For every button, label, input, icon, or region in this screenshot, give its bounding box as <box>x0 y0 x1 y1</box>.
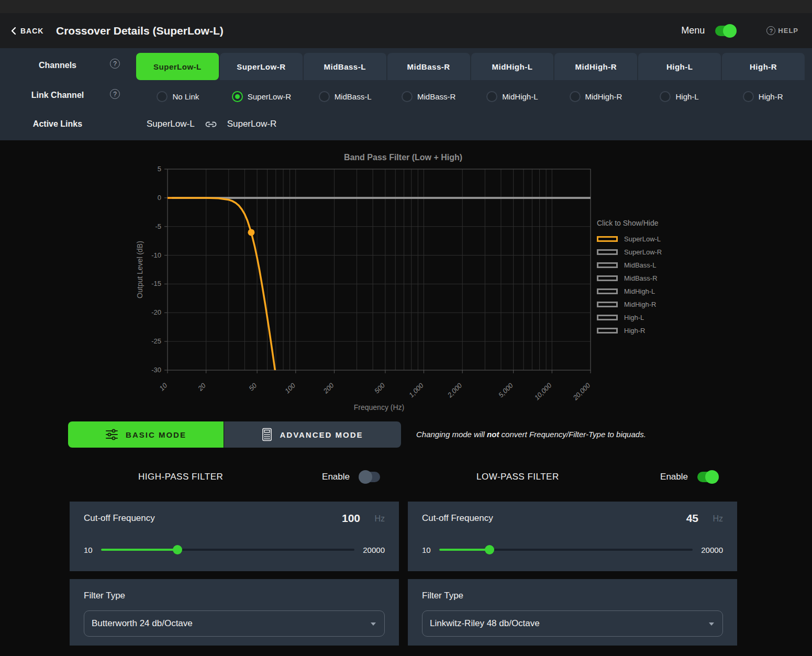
legend-item-midbass-r[interactable]: MidBass-R <box>597 272 738 285</box>
svg-text:50: 50 <box>247 381 258 392</box>
high-pass-filter-type-value: Butterworth 24 db/Octave <box>92 618 193 629</box>
legend-label: MidHigh-L <box>624 287 655 295</box>
advanced-mode-button[interactable]: ADVANCED MODE <box>224 421 401 448</box>
channels-help-icon[interactable]: ? <box>110 59 120 69</box>
legend-label: SuperLow-L <box>624 235 661 243</box>
svg-text:-25: -25 <box>151 337 161 345</box>
link-option-midhigh-r[interactable]: MidHigh-R <box>554 88 638 105</box>
help-icon: ? <box>766 26 775 35</box>
high-pass-filter-type-select[interactable]: Butterworth 24 db/Octave <box>84 610 385 637</box>
legend-items: SuperLow-LSuperLow-RMidBass-LMidBass-RMi… <box>597 232 738 337</box>
active-links-row-label: Active Links <box>0 119 115 129</box>
low-pass-enable-toggle[interactable] <box>697 472 718 482</box>
svg-text:100: 100 <box>283 381 297 395</box>
legend-item-midhigh-l[interactable]: MidHigh-L <box>597 285 738 298</box>
radio-icon[interactable] <box>486 91 497 102</box>
low-pass-filter-type-card: Filter Type Linkwitz-Riley 48 db/Octave <box>408 579 737 646</box>
link-channel-help-icon[interactable]: ? <box>110 89 120 99</box>
link-option-label: MidHigh-L <box>502 92 538 101</box>
back-button[interactable]: BACK <box>10 13 43 48</box>
advanced-mode-label: ADVANCED MODE <box>280 430 363 439</box>
link-icon <box>205 121 217 128</box>
radio-icon[interactable] <box>570 91 581 102</box>
radio-icon[interactable] <box>232 91 243 102</box>
radio-icon[interactable] <box>660 91 671 102</box>
svg-text:-5: -5 <box>155 223 161 230</box>
legend-item-high-l[interactable]: High-L <box>597 311 738 324</box>
high-pass-cutoff-unit: Hz <box>374 514 385 524</box>
active-link-from: SuperLow-L <box>147 119 195 129</box>
channel-tab-midbass-r[interactable]: MidBass-R <box>387 53 470 80</box>
radio-icon[interactable] <box>319 91 330 102</box>
low-pass-slider-max: 20000 <box>701 546 723 554</box>
link-option-high-l[interactable]: High-L <box>638 88 721 105</box>
link-option-midbass-l[interactable]: MidBass-L <box>303 88 387 105</box>
svg-text:1,000: 1,000 <box>407 381 425 399</box>
high-pass-cutoff-slider[interactable] <box>101 545 355 554</box>
channel-tab-high-r[interactable]: High-R <box>722 53 805 80</box>
svg-text:5,000: 5,000 <box>497 381 515 399</box>
link-option-midbass-r[interactable]: MidBass-R <box>387 88 471 105</box>
svg-text:200: 200 <box>321 381 336 395</box>
chart-legend: Click to Show/Hide SuperLow-LSuperLow-RM… <box>597 219 738 337</box>
high-pass-slider-knob[interactable] <box>173 545 182 554</box>
legend-item-midbass-l[interactable]: MidBass-L <box>597 259 738 272</box>
channel-tabs: SuperLow-LSuperLow-RMidBass-LMidBass-RMi… <box>136 53 805 80</box>
low-pass-slider-knob[interactable] <box>485 545 494 554</box>
help-button[interactable]: ? HELP <box>766 26 798 35</box>
channel-tab-high-l[interactable]: High-L <box>638 53 721 80</box>
svg-text:-15: -15 <box>151 280 161 287</box>
channel-tab-midhigh-l[interactable]: MidHigh-L <box>471 53 554 80</box>
low-pass-slider-row: 10 20000 <box>422 544 723 555</box>
chevron-down-icon <box>709 622 714 626</box>
link-option-label: MidBass-L <box>335 92 372 101</box>
high-pass-enable-toggle[interactable] <box>359 472 380 482</box>
legend-item-superlow-l[interactable]: SuperLow-L <box>597 232 738 246</box>
low-pass-filter-type-select[interactable]: Linkwitz-Riley 48 db/Octave <box>422 610 723 637</box>
link-channel-row-label: Link Channel <box>0 91 115 100</box>
menu-toggle[interactable] <box>715 26 736 36</box>
active-links: SuperLow-L SuperLow-R <box>147 116 276 132</box>
high-pass-toggle-knob <box>359 470 372 484</box>
legend-swatch <box>597 262 618 268</box>
channel-tab-midbass-l[interactable]: MidBass-L <box>304 53 386 80</box>
radio-icon[interactable] <box>402 91 413 102</box>
chevron-down-icon <box>371 622 376 626</box>
legend-label: High-L <box>624 314 644 321</box>
calculator-icon <box>262 428 272 441</box>
high-pass-cutoff-card: Cut-off Frequency 100 Hz 10 20000 <box>70 502 399 571</box>
high-pass-title: HIGH-PASS FILTER <box>138 472 223 482</box>
svg-text:20: 20 <box>196 381 207 393</box>
link-option-label: No Link <box>172 92 199 101</box>
link-option-high-r[interactable]: High-R <box>721 88 805 105</box>
legend-item-high-r[interactable]: High-R <box>597 324 738 337</box>
low-pass-cutoff-label: Cut-off Frequency <box>422 513 493 524</box>
legend-label: MidBass-L <box>624 261 656 269</box>
low-pass-cutoff-slider[interactable] <box>439 545 693 554</box>
legend-label: High-R <box>624 327 645 335</box>
link-option-label: High-R <box>759 92 783 101</box>
low-pass-filter-type-value: Linkwitz-Riley 48 db/Octave <box>430 618 540 629</box>
channels-panel: Channels ? SuperLow-LSuperLow-RMidBass-L… <box>0 48 812 140</box>
legend-swatch <box>597 315 618 320</box>
legend-item-superlow-r[interactable]: SuperLow-R <box>597 246 738 259</box>
channel-tab-midhigh-r[interactable]: MidHigh-R <box>554 53 637 80</box>
mode-change-note: Changing mode will not convert Frequency… <box>416 430 646 439</box>
high-pass-slider-row: 10 20000 <box>84 544 385 555</box>
link-option-midhigh-l[interactable]: MidHigh-L <box>471 88 554 105</box>
radio-icon[interactable] <box>743 91 754 102</box>
high-pass-filter-type-label: Filter Type <box>84 591 125 601</box>
high-pass-filter-type-card: Filter Type Butterworth 24 db/Octave <box>70 579 399 646</box>
channel-tab-superlow-r[interactable]: SuperLow-R <box>220 53 303 80</box>
low-pass-title: LOW-PASS FILTER <box>476 472 559 482</box>
link-option-no-link[interactable]: No Link <box>136 88 220 105</box>
radio-icon[interactable] <box>157 91 168 102</box>
link-option-superlow-r[interactable]: SuperLow-R <box>220 88 304 105</box>
channel-tab-superlow-l[interactable]: SuperLow-L <box>136 53 219 80</box>
high-pass-cutoff-label: Cut-off Frequency <box>84 513 155 524</box>
legend-item-midhigh-r[interactable]: MidHigh-R <box>597 298 738 311</box>
svg-text:500: 500 <box>373 381 386 395</box>
svg-text:20,000: 20,000 <box>571 381 592 402</box>
basic-mode-button[interactable]: BASIC MODE <box>68 421 224 448</box>
svg-text:-10: -10 <box>151 251 161 259</box>
